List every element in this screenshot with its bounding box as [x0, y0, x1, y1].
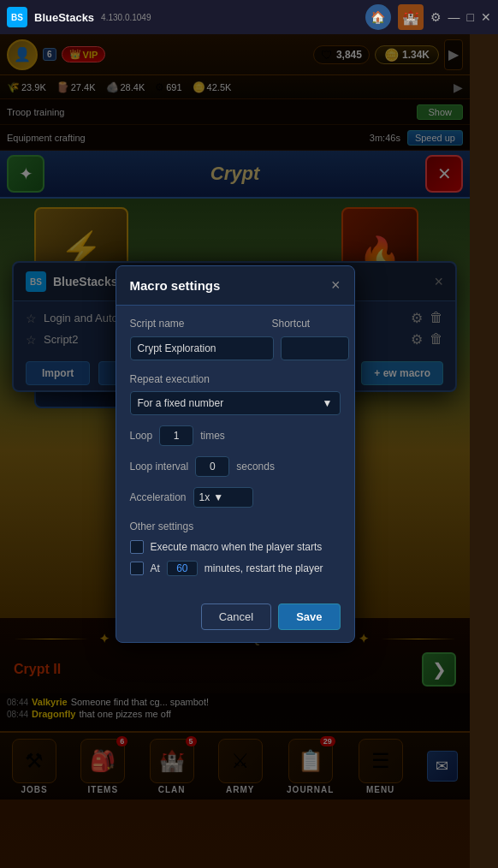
- accel-chevron-icon: ▼: [213, 491, 223, 503]
- modal-footer: Cancel Save: [116, 595, 354, 642]
- script-name-label: Script name: [130, 318, 265, 330]
- accel-value: 1x: [199, 491, 210, 503]
- maximize-icon[interactable]: □: [467, 10, 474, 24]
- modal-overlay: Macro settings × Script name Shortcut Re…: [0, 34, 470, 868]
- game-area: 👤 6 👑 VIP 🛡 3,845 🪙 1.34K ▶ 🌾 23.9K 🪵 27…: [0, 34, 470, 868]
- loop-count-input[interactable]: [159, 425, 193, 446]
- save-button[interactable]: Save: [278, 603, 340, 630]
- shortcut-input[interactable]: [281, 336, 349, 360]
- modal-title: Macro settings: [130, 278, 221, 293]
- bluestacks-title: BlueStacks: [34, 11, 94, 24]
- modal-header: Macro settings ×: [116, 266, 354, 306]
- shortcut-label: Shortcut: [272, 318, 341, 330]
- restart-checkbox-row: At minutes, restart the player: [130, 561, 341, 576]
- loop-times-label: times: [200, 430, 225, 442]
- loop-label: Loop: [130, 430, 153, 442]
- modal-body: Script name Shortcut Repeat execution Fo…: [116, 306, 354, 595]
- restart-label: minutes, restart the player: [205, 562, 323, 574]
- script-name-input[interactable]: [130, 336, 274, 360]
- bluestacks-logo: BS: [7, 7, 27, 27]
- other-settings-section: Other settings: [130, 518, 341, 533]
- acceleration-row: Acceleration 1x ▼: [130, 487, 341, 508]
- cancel-button[interactable]: Cancel: [201, 603, 271, 630]
- restart-checkbox[interactable]: [130, 562, 144, 575]
- interval-label: Loop interval: [130, 461, 189, 473]
- repeat-label: Repeat execution: [130, 373, 210, 385]
- interval-unit-label: seconds: [236, 461, 275, 473]
- bluestacks-bar: BS BlueStacks 4.130.0.1049 🏠 🏰 ⚙ — □ ✕: [0, 0, 498, 34]
- interval-row: Loop interval seconds: [130, 456, 341, 477]
- at-label: At: [151, 562, 160, 574]
- execute-checkbox-row: Execute macro when the player starts: [130, 540, 341, 554]
- interval-input[interactable]: [195, 456, 229, 477]
- macro-settings-modal: Macro settings × Script name Shortcut Re…: [116, 265, 355, 643]
- settings-icon[interactable]: ⚙: [430, 10, 442, 24]
- modal-close-button[interactable]: ×: [331, 276, 341, 294]
- dropdown-chevron-icon: ▼: [323, 397, 333, 409]
- other-settings-label: Other settings: [130, 520, 194, 532]
- accel-label: Acceleration: [130, 491, 187, 503]
- repeat-option-text: For a fixed number: [138, 397, 224, 409]
- minimize-icon[interactable]: —: [448, 10, 460, 24]
- repeat-section: Repeat execution: [130, 371, 341, 386]
- script-name-row: [130, 336, 341, 360]
- acceleration-select[interactable]: 1x ▼: [193, 487, 253, 508]
- minutes-input[interactable]: [167, 561, 198, 576]
- bluestacks-version: 4.130.0.1049: [101, 13, 151, 22]
- loop-row: Loop times: [130, 425, 341, 446]
- game-icon[interactable]: 🏰: [398, 4, 424, 30]
- close-icon[interactable]: ✕: [481, 10, 491, 24]
- field-labels: Script name Shortcut: [130, 318, 341, 333]
- home-button[interactable]: 🏠: [365, 4, 391, 30]
- execute-label: Execute macro when the player starts: [151, 541, 323, 553]
- repeat-select[interactable]: For a fixed number ▼: [130, 391, 341, 415]
- execute-checkbox[interactable]: [130, 540, 144, 554]
